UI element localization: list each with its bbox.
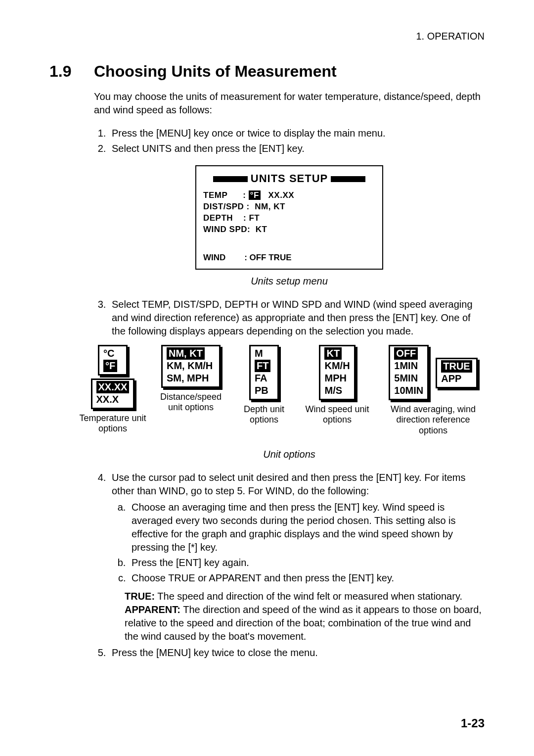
dist-opt-nmkt: NM, KT — [167, 347, 205, 360]
def-true-label: TRUE: — [125, 591, 155, 602]
instruction-list-cont2: Use the cursor pad to select unit desire… — [94, 471, 485, 660]
def-true: TRUE: The speed and direction of the win… — [125, 590, 485, 603]
def-app-label: APPARENT: — [125, 604, 180, 615]
windspd-options-column: KT KM/H MPH M/S Wind speed unit options — [304, 345, 371, 425]
windref-opt-true: TRUE — [441, 360, 472, 373]
temp-opt-xxx: XX.X — [96, 393, 130, 406]
step-4a: Choose an averaging time and then press … — [129, 501, 485, 554]
windavg-opt-1min: 1MIN — [394, 360, 423, 372]
setup-wind-label: WIND — [203, 253, 225, 262]
depth-options-column: M FT FA PB Depth unit options — [235, 345, 293, 425]
depth-box: M FT FA PB — [249, 345, 279, 400]
running-head: 1. OPERATION — [49, 30, 485, 43]
setup-dist-value: NM, KT — [255, 202, 285, 211]
instruction-list: Press the [MENU] key once or twice to di… — [94, 127, 485, 155]
step-4c: Choose TRUE or APPARENT and then press t… — [129, 571, 485, 585]
temp-opt-xxxx: XX.XX — [96, 381, 130, 393]
step-1: Press the [MENU] key once or twice to di… — [109, 127, 485, 140]
setup-depth-row: DEPTH : FT — [203, 213, 375, 224]
step-4: Use the cursor pad to select unit desire… — [109, 471, 485, 643]
wspd-opt-ms: M/S — [324, 384, 350, 397]
distspd-box: NM, KT KM, KM/H SM, MPH — [161, 345, 221, 388]
figure-caption-2: Unit options — [94, 448, 485, 461]
wind-options-caption: Wind averaging, wind direction reference… — [382, 404, 485, 436]
setup-depth-label: DEPTH — [203, 213, 233, 223]
wind-averaging-box: OFF 1MIN 5MIN 10MIN — [389, 345, 429, 400]
step-3: Select TEMP, DIST/SPD, DEPTH or WIND SPD… — [109, 298, 485, 338]
setup-temp-selected: °F — [249, 190, 261, 200]
setup-wind-row: WIND : OFF TRUE — [203, 252, 375, 264]
section-title: Choosing Units of Measurement — [94, 62, 337, 80]
setup-windspd-label: WIND SPD: — [203, 225, 250, 234]
wspd-opt-kmh: KM/H — [324, 360, 350, 372]
depth-opt-fa: FA — [255, 372, 273, 384]
setup-windspd-value: KT — [256, 225, 267, 234]
depth-options-caption: Depth unit options — [235, 404, 293, 425]
section-heading: 1.9Choosing Units of Measurement — [49, 61, 485, 82]
wspd-opt-mph: MPH — [324, 372, 350, 384]
windavg-opt-off: OFF — [394, 347, 418, 360]
temp-format-box: XX.XX XX.X — [91, 378, 135, 409]
temp-scale-box: °C °F — [98, 345, 128, 376]
windspd-box: KT KM/H MPH M/S — [319, 345, 355, 400]
wind-options-column: OFF 1MIN 5MIN 10MIN TRUE APP Wind averag… — [382, 345, 485, 436]
dist-opt-kmkmh: KM, KM/H — [167, 360, 215, 372]
intro-paragraph: You may choose the units of measurement … — [94, 90, 485, 117]
def-true-text: The speed and direction of the wind felt… — [155, 591, 462, 602]
setup-windspd-row: WIND SPD: KT — [203, 224, 375, 236]
section-number: 1.9 — [49, 61, 94, 82]
temp-options-caption: Temperature unit options — [79, 413, 146, 434]
setup-wind-value: : OFF TRUE — [244, 253, 291, 262]
instruction-list-cont: Select TEMP, DIST/SPD, DEPTH or WIND SPD… — [94, 298, 485, 338]
figure-caption-1: Units setup menu — [94, 275, 485, 288]
temp-opt-f: °F — [103, 360, 117, 372]
windref-opt-app: APP — [441, 373, 472, 385]
depth-opt-ft: FT — [255, 360, 270, 372]
setup-temp-row: TEMP : °F XX.XX — [203, 190, 375, 201]
step-4-text: Use the cursor pad to select unit desire… — [112, 472, 466, 496]
units-setup-title: UNITS SETUP — [203, 171, 375, 186]
definitions-block: TRUE: The speed and direction of the win… — [125, 590, 485, 643]
setup-temp-value: XX.XX — [268, 190, 295, 200]
step-5: Press the [MENU] key twice to close the … — [109, 646, 485, 660]
distspd-options-column: NM, KT KM, KM/H SM, MPH Distance/speed u… — [157, 345, 224, 413]
step-4b: Press the [ENT] key again. — [129, 556, 485, 569]
windavg-opt-5min: 5MIN — [394, 372, 423, 384]
windspd-options-caption: Wind speed unit options — [304, 404, 371, 425]
depth-opt-pb: PB — [255, 384, 273, 397]
def-apparent: APPARENT: The direction and speed of the… — [125, 603, 485, 643]
units-setup-box: UNITS SETUP TEMP : °F XX.XX DIST/SPD : N… — [195, 165, 383, 269]
wspd-opt-kt: KT — [324, 347, 342, 360]
wind-reference-box: TRUE APP — [436, 358, 477, 388]
distspd-options-caption: Distance/speed unit options — [157, 392, 224, 413]
dist-opt-smmph: SM, MPH — [167, 372, 215, 384]
windavg-opt-10min: 10MIN — [394, 384, 423, 397]
setup-temp-label: TEMP — [203, 190, 227, 200]
temp-options-column: °C °F XX.XX XX.X Temperature unit option… — [79, 345, 146, 434]
page-number: 1-23 — [461, 715, 485, 731]
setup-dist-label: DIST/SPD : — [203, 202, 250, 211]
temp-opt-c: °C — [103, 347, 122, 360]
setup-dist-row: DIST/SPD : NM, KT — [203, 201, 375, 213]
step-2: Select UNITS and then press the [ENT] ke… — [109, 142, 485, 155]
step-4-sublist: Choose an averaging time and then press … — [112, 501, 485, 585]
depth-opt-m: M — [255, 347, 273, 360]
setup-depth-value: : FT — [243, 213, 260, 223]
